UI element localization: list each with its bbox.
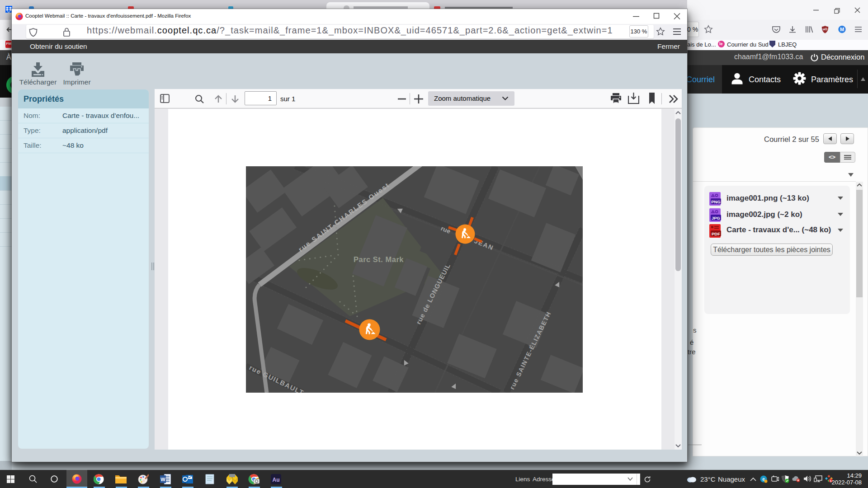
svg-text:uO: uO: [823, 27, 828, 31]
svg-text:W: W: [160, 477, 165, 482]
svg-text:JPG: JPG: [712, 216, 720, 221]
svg-text:M: M: [840, 27, 844, 32]
svg-text:PNG: PNG: [711, 199, 721, 204]
svg-text:Au: Au: [273, 477, 280, 483]
svg-text:Parc St. Mark: Parc St. Mark: [354, 255, 404, 263]
svg-text:PDF: PDF: [712, 231, 720, 236]
